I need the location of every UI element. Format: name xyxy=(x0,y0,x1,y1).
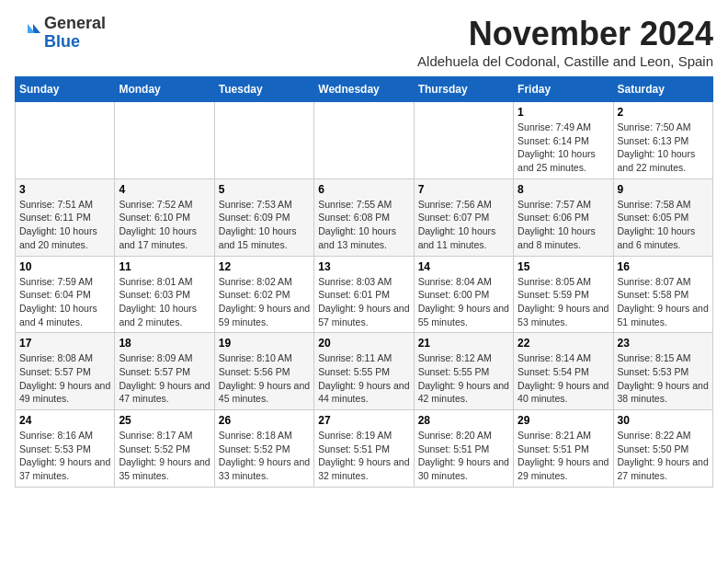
day-info: Sunrise: 8:05 AM Sunset: 5:59 PM Dayligh… xyxy=(518,275,609,329)
day-info: Sunrise: 7:52 AM Sunset: 6:10 PM Dayligh… xyxy=(119,198,210,252)
calendar-cell: 15Sunrise: 8:05 AM Sunset: 5:59 PM Dayli… xyxy=(514,256,613,333)
day-number: 28 xyxy=(418,414,509,427)
calendar-week-row: 3Sunrise: 7:51 AM Sunset: 6:11 PM Daylig… xyxy=(16,178,713,256)
calendar-cell: 1Sunrise: 7:49 AM Sunset: 6:14 PM Daylig… xyxy=(514,102,613,179)
day-number: 16 xyxy=(618,260,709,273)
calendar-cell: 20Sunrise: 8:11 AM Sunset: 5:55 PM Dayli… xyxy=(314,333,414,410)
calendar-cell: 14Sunrise: 8:04 AM Sunset: 6:00 PM Dayli… xyxy=(414,256,513,333)
calendar-cell: 23Sunrise: 8:15 AM Sunset: 5:53 PM Dayli… xyxy=(613,333,712,410)
day-number: 25 xyxy=(119,414,210,427)
day-info: Sunrise: 8:08 AM Sunset: 5:57 PM Dayligh… xyxy=(19,351,110,406)
calendar-cell xyxy=(115,102,214,179)
day-info: Sunrise: 8:09 AM Sunset: 5:57 PM Dayligh… xyxy=(119,351,210,406)
calendar-cell: 16Sunrise: 8:07 AM Sunset: 5:58 PM Dayli… xyxy=(613,256,712,333)
calendar-table: SundayMondayTuesdayWednesdayThursdayFrid… xyxy=(15,76,713,488)
calendar-cell xyxy=(414,102,513,179)
day-number: 13 xyxy=(318,260,409,273)
logo-text: General Blue xyxy=(44,15,106,52)
calendar-week-row: 1Sunrise: 7:49 AM Sunset: 6:14 PM Daylig… xyxy=(16,102,713,179)
day-info: Sunrise: 8:01 AM Sunset: 6:03 PM Dayligh… xyxy=(119,275,210,329)
day-number: 21 xyxy=(418,337,509,350)
calendar-cell: 17Sunrise: 8:08 AM Sunset: 5:57 PM Dayli… xyxy=(16,333,115,410)
day-info: Sunrise: 7:50 AM Sunset: 6:13 PM Dayligh… xyxy=(618,121,709,175)
calendar-cell xyxy=(214,102,313,179)
day-number: 10 xyxy=(19,260,110,273)
calendar-cell: 30Sunrise: 8:22 AM Sunset: 5:50 PM Dayli… xyxy=(613,410,712,488)
day-number: 5 xyxy=(219,183,310,196)
day-info: Sunrise: 8:21 AM Sunset: 5:51 PM Dayligh… xyxy=(518,429,609,483)
calendar-cell: 9Sunrise: 7:58 AM Sunset: 6:05 PM Daylig… xyxy=(613,178,712,256)
calendar-cell: 29Sunrise: 8:21 AM Sunset: 5:51 PM Dayli… xyxy=(514,410,613,488)
day-info: Sunrise: 8:11 AM Sunset: 5:55 PM Dayligh… xyxy=(318,351,409,406)
day-info: Sunrise: 7:53 AM Sunset: 6:09 PM Dayligh… xyxy=(219,198,310,252)
month-title: November 2024 xyxy=(417,15,713,53)
day-number: 30 xyxy=(618,414,709,427)
day-number: 19 xyxy=(219,337,310,350)
day-number: 12 xyxy=(219,260,310,273)
location-subtitle: Aldehuela del Codonal, Castille and Leon… xyxy=(417,53,713,69)
day-info: Sunrise: 8:18 AM Sunset: 5:52 PM Dayligh… xyxy=(219,429,310,483)
calendar-cell: 24Sunrise: 8:16 AM Sunset: 5:53 PM Dayli… xyxy=(16,410,115,488)
day-info: Sunrise: 7:59 AM Sunset: 6:04 PM Dayligh… xyxy=(19,275,110,329)
calendar-day-header: Thursday xyxy=(414,77,513,102)
logo-blue-text: Blue xyxy=(44,32,80,51)
calendar-cell xyxy=(314,102,414,179)
logo-icon xyxy=(15,20,40,46)
calendar-week-row: 24Sunrise: 8:16 AM Sunset: 5:53 PM Dayli… xyxy=(16,410,713,488)
day-number: 22 xyxy=(518,337,609,350)
day-info: Sunrise: 8:14 AM Sunset: 5:54 PM Dayligh… xyxy=(518,351,609,406)
day-info: Sunrise: 8:03 AM Sunset: 6:01 PM Dayligh… xyxy=(318,275,409,329)
calendar-cell: 5Sunrise: 7:53 AM Sunset: 6:09 PM Daylig… xyxy=(214,178,313,256)
calendar-cell: 21Sunrise: 8:12 AM Sunset: 5:55 PM Dayli… xyxy=(414,333,513,410)
day-number: 20 xyxy=(318,337,409,350)
day-info: Sunrise: 8:20 AM Sunset: 5:51 PM Dayligh… xyxy=(418,429,509,483)
calendar-day-header: Friday xyxy=(514,77,613,102)
day-info: Sunrise: 8:02 AM Sunset: 6:02 PM Dayligh… xyxy=(219,275,310,329)
calendar-cell: 8Sunrise: 7:57 AM Sunset: 6:06 PM Daylig… xyxy=(514,178,613,256)
calendar-cell: 4Sunrise: 7:52 AM Sunset: 6:10 PM Daylig… xyxy=(115,178,214,256)
day-number: 2 xyxy=(618,106,709,119)
calendar-week-row: 10Sunrise: 7:59 AM Sunset: 6:04 PM Dayli… xyxy=(16,256,713,333)
day-number: 15 xyxy=(518,260,609,273)
day-number: 23 xyxy=(618,337,709,350)
day-number: 6 xyxy=(318,183,409,196)
day-info: Sunrise: 8:19 AM Sunset: 5:51 PM Dayligh… xyxy=(318,429,409,483)
day-info: Sunrise: 8:22 AM Sunset: 5:50 PM Dayligh… xyxy=(618,429,709,483)
calendar-cell: 10Sunrise: 7:59 AM Sunset: 6:04 PM Dayli… xyxy=(16,256,115,333)
calendar-day-header: Tuesday xyxy=(214,77,313,102)
calendar-cell: 13Sunrise: 8:03 AM Sunset: 6:01 PM Dayli… xyxy=(314,256,414,333)
calendar-cell: 11Sunrise: 8:01 AM Sunset: 6:03 PM Dayli… xyxy=(115,256,214,333)
day-number: 27 xyxy=(318,414,409,427)
day-number: 9 xyxy=(618,183,709,196)
day-number: 29 xyxy=(518,414,609,427)
logo-general-text: General xyxy=(44,14,106,32)
day-number: 17 xyxy=(19,337,110,350)
calendar-day-header: Saturday xyxy=(613,77,712,102)
day-number: 26 xyxy=(219,414,310,427)
day-info: Sunrise: 8:16 AM Sunset: 5:53 PM Dayligh… xyxy=(19,429,110,483)
logo: General Blue xyxy=(15,15,106,52)
calendar-day-header: Monday xyxy=(115,77,214,102)
day-number: 11 xyxy=(119,260,210,273)
calendar-cell: 2Sunrise: 7:50 AM Sunset: 6:13 PM Daylig… xyxy=(613,102,712,179)
day-info: Sunrise: 7:49 AM Sunset: 6:14 PM Dayligh… xyxy=(518,121,609,175)
day-info: Sunrise: 8:10 AM Sunset: 5:56 PM Dayligh… xyxy=(219,351,310,406)
day-number: 7 xyxy=(418,183,509,196)
calendar-cell: 3Sunrise: 7:51 AM Sunset: 6:11 PM Daylig… xyxy=(16,178,115,256)
day-info: Sunrise: 8:12 AM Sunset: 5:55 PM Dayligh… xyxy=(418,351,509,406)
day-info: Sunrise: 8:15 AM Sunset: 5:53 PM Dayligh… xyxy=(618,351,709,406)
calendar-day-header: Sunday xyxy=(16,77,115,102)
title-block: November 2024 Aldehuela del Codonal, Cas… xyxy=(417,15,713,69)
day-info: Sunrise: 8:04 AM Sunset: 6:00 PM Dayligh… xyxy=(418,275,509,329)
calendar-cell: 12Sunrise: 8:02 AM Sunset: 6:02 PM Dayli… xyxy=(214,256,313,333)
day-info: Sunrise: 7:55 AM Sunset: 6:08 PM Dayligh… xyxy=(318,198,409,252)
page-header: General Blue November 2024 Aldehuela del… xyxy=(15,15,713,69)
calendar-cell: 6Sunrise: 7:55 AM Sunset: 6:08 PM Daylig… xyxy=(314,178,414,256)
day-number: 18 xyxy=(119,337,210,350)
calendar-cell: 7Sunrise: 7:56 AM Sunset: 6:07 PM Daylig… xyxy=(414,178,513,256)
calendar-cell: 19Sunrise: 8:10 AM Sunset: 5:56 PM Dayli… xyxy=(214,333,313,410)
day-info: Sunrise: 8:07 AM Sunset: 5:58 PM Dayligh… xyxy=(618,275,709,329)
calendar-header-row: SundayMondayTuesdayWednesdayThursdayFrid… xyxy=(16,77,713,102)
calendar-week-row: 17Sunrise: 8:08 AM Sunset: 5:57 PM Dayli… xyxy=(16,333,713,410)
day-number: 24 xyxy=(19,414,110,427)
